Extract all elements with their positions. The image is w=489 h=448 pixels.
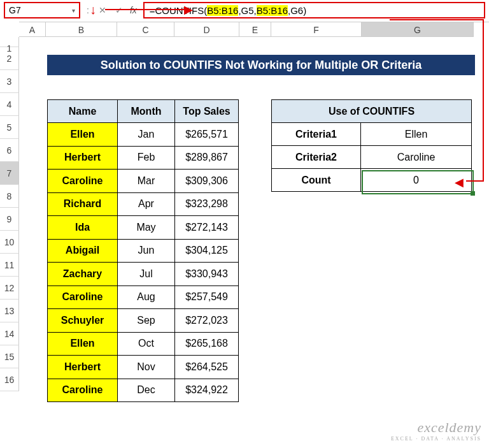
cell[interactable]: Apr bbox=[118, 192, 175, 216]
table-row: CarolineDec$324,922 bbox=[48, 379, 239, 402]
table-row: EllenJan$265,571 bbox=[48, 123, 239, 147]
row-header[interactable]: 13 bbox=[0, 300, 19, 322]
row-header[interactable]: 2 bbox=[0, 47, 19, 70]
name-box-value: G7 bbox=[9, 5, 21, 15]
cell[interactable]: Herbert bbox=[48, 146, 118, 170]
criteria-label: Criteria1 bbox=[272, 123, 361, 146]
table-row: Criteria2Caroline bbox=[272, 146, 472, 169]
cell[interactable]: Abigail bbox=[48, 239, 118, 263]
column-header[interactable]: F bbox=[271, 22, 362, 37]
cell[interactable]: Herbert bbox=[48, 356, 118, 379]
column-header[interactable]: C bbox=[117, 22, 174, 37]
row-header[interactable]: 7 bbox=[0, 162, 19, 185]
table-row: ZacharyJul$330,943 bbox=[48, 263, 239, 286]
cell[interactable]: $289,867 bbox=[175, 146, 239, 170]
row-header[interactable]: 5 bbox=[0, 116, 19, 139]
fill-handle[interactable] bbox=[471, 191, 475, 196]
name-box[interactable]: G7 ▾ bbox=[4, 2, 80, 18]
chevron-down-icon[interactable]: ▾ bbox=[72, 7, 75, 14]
cell[interactable]: Feb bbox=[118, 146, 175, 170]
separator: : bbox=[87, 5, 89, 15]
criteria-value[interactable]: 0 bbox=[361, 169, 472, 192]
column-header[interactable]: D bbox=[174, 22, 239, 37]
formula-input[interactable]: =COUNTIFS(B5:B16,G5,B5:B16,G6) bbox=[143, 2, 485, 18]
row-header[interactable]: 10 bbox=[0, 231, 19, 254]
fx-icon[interactable]: fx bbox=[130, 5, 137, 15]
cell[interactable]: $304,125 bbox=[175, 239, 239, 263]
table-row: Count0 bbox=[272, 169, 472, 192]
cell[interactable]: May bbox=[118, 216, 175, 240]
cell[interactable]: Nov bbox=[118, 356, 175, 379]
cell[interactable]: $264,525 bbox=[175, 356, 239, 379]
row-header[interactable]: 15 bbox=[0, 345, 19, 368]
column-header[interactable]: G bbox=[362, 22, 474, 37]
row-header[interactable]: 14 bbox=[0, 322, 19, 345]
cell[interactable]: Mar bbox=[118, 170, 175, 193]
cell[interactable]: $272,023 bbox=[175, 309, 239, 333]
arrow-down-icon: ↓ bbox=[90, 3, 96, 17]
watermark-tagline: EXCEL · DATA · ANALYSIS bbox=[391, 436, 481, 442]
cell[interactable]: Zachary bbox=[48, 263, 118, 286]
cell[interactable]: Caroline bbox=[48, 170, 118, 193]
table-row: AbigailJun$304,125 bbox=[48, 239, 239, 263]
column-headers: ABCDEFG bbox=[19, 22, 489, 37]
table-header: Month bbox=[118, 100, 175, 123]
column-header[interactable]: A bbox=[19, 22, 46, 37]
formula-mid1: ,G5, bbox=[238, 5, 256, 16]
cell[interactable]: Schuyler bbox=[48, 309, 118, 333]
formula-bar: G7 ▾ ↓ : ✕ ✓ fx =COUNTIFS(B5:B16,G5,B5:B… bbox=[0, 0, 489, 20]
criteria-value[interactable]: Caroline bbox=[361, 146, 472, 169]
cell[interactable]: Ellen bbox=[48, 332, 118, 356]
criteria-value[interactable]: Ellen bbox=[361, 123, 472, 146]
row-header[interactable]: 8 bbox=[0, 185, 19, 208]
cell[interactable]: Caroline bbox=[48, 379, 118, 402]
cell[interactable]: Caroline bbox=[48, 285, 118, 309]
formula-range1: B5:B16 bbox=[207, 5, 238, 16]
row-header[interactable]: 4 bbox=[0, 93, 19, 116]
row-header[interactable]: 11 bbox=[0, 254, 19, 277]
cell[interactable]: $324,922 bbox=[175, 379, 239, 402]
cell[interactable]: Dec bbox=[118, 379, 175, 402]
cell[interactable]: Aug bbox=[118, 285, 175, 309]
cell[interactable]: Jul bbox=[118, 263, 175, 286]
cell[interactable]: Sep bbox=[118, 309, 175, 333]
table-row: HerbertNov$264,525 bbox=[48, 356, 239, 379]
table-row: RichardApr$323,298 bbox=[48, 192, 239, 216]
column-header[interactable]: E bbox=[239, 22, 271, 37]
row-header[interactable]: 16 bbox=[0, 368, 19, 391]
criteria-label: Criteria2 bbox=[272, 146, 361, 169]
cell[interactable]: Ellen bbox=[48, 123, 118, 147]
cancel-icon[interactable]: ✕ bbox=[97, 5, 108, 15]
table-row: Criteria1Ellen bbox=[272, 123, 472, 146]
table-row: CarolineMar$309,306 bbox=[48, 170, 239, 193]
cell[interactable]: Oct bbox=[118, 332, 175, 356]
table-row: SchuylerSep$272,023 bbox=[48, 309, 239, 333]
cell[interactable]: $265,571 bbox=[175, 123, 239, 147]
row-header[interactable]: 9 bbox=[0, 208, 19, 231]
row-header[interactable]: 1 bbox=[0, 37, 19, 47]
row-headers: 12345678910111213141516 bbox=[0, 37, 19, 391]
row-header[interactable]: 12 bbox=[0, 277, 19, 300]
cell[interactable]: $330,943 bbox=[175, 263, 239, 286]
criteria-header: Use of COUNTIFS bbox=[272, 100, 472, 123]
page-title: Solution to COUNTIFS Not Working for Mul… bbox=[47, 55, 475, 75]
cell[interactable]: $257,549 bbox=[175, 285, 239, 309]
cell[interactable]: $265,168 bbox=[175, 332, 239, 356]
table-row: EllenOct$265,168 bbox=[48, 332, 239, 356]
spreadsheet: ABCDEFG 12345678910111213141516 Solution… bbox=[0, 22, 489, 37]
row-header[interactable]: 6 bbox=[0, 139, 19, 162]
cell[interactable]: Jun bbox=[118, 239, 175, 263]
cell[interactable]: $309,306 bbox=[175, 170, 239, 193]
table-row: IdaMay$272,143 bbox=[48, 216, 239, 240]
formula-prefix: =COUNTIFS( bbox=[150, 5, 207, 16]
cell[interactable]: Ida bbox=[48, 216, 118, 240]
cell[interactable]: Jan bbox=[118, 123, 175, 147]
row-header[interactable]: 3 bbox=[0, 70, 19, 93]
column-header[interactable]: B bbox=[46, 22, 117, 37]
table-header: Name bbox=[48, 100, 118, 123]
cell[interactable]: $272,143 bbox=[175, 216, 239, 240]
cell[interactable]: $323,298 bbox=[175, 192, 239, 216]
cell[interactable]: Richard bbox=[48, 192, 118, 216]
enter-icon[interactable]: ✓ bbox=[113, 5, 125, 15]
formula-range2: B5:B16 bbox=[257, 5, 288, 16]
